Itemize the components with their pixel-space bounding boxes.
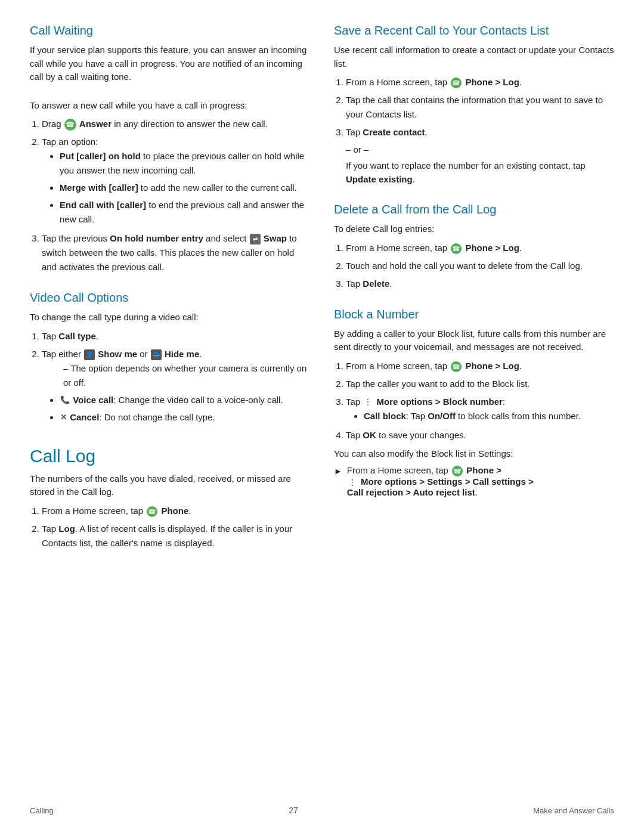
voice-call-icon: 📞 [60,394,70,407]
phone-icon-step1: ☎ [147,506,157,517]
block-step3: Tap ⋮ More options > Block number: Call … [346,395,614,423]
video-camera-note: – The option depends on whether your cam… [63,361,310,390]
put-on-hold-option: Put [caller] on hold to place the previo… [60,149,310,178]
call-waiting-para2: To answer a new call while you have a ca… [30,99,310,113]
block-number-steps: From a Home screen, tap ☎ Phone > Log. T… [346,359,614,442]
delete-call-title: Delete a Call from the Call Log [334,203,614,216]
call-log-steps: From a Home screen, tap ☎ Phone. Tap Log… [42,504,310,550]
left-column: Call Waiting If your service plan suppor… [30,24,310,555]
block-arrow-text: From a Home screen, tap ☎ Phone > ⋮ More… [347,465,534,497]
merge-option: Merge with [caller] to add the new calle… [60,181,310,195]
page-footer: Calling 27 Make and Answer Calls [30,806,614,815]
block-number-intro: By adding a caller to your Block list, f… [334,327,614,354]
voice-call-option: 📞 Voice call: Change the video call to a… [60,393,310,407]
end-call-bold: End call with [caller] [60,200,146,210]
merge-bold: Merge with [caller] [60,182,138,193]
save-step3: Tap Create contact. [346,125,614,140]
phone-icon-delete1: ☎ [451,243,462,254]
video-call-options-title: Video Call Options [30,291,310,305]
hide-me-icon: 👤 [151,349,162,360]
more-options-icon-2: ⋮ [348,478,357,487]
call-block-option: Call block: Tap On/Off to block calls fr… [364,409,614,423]
or-divider: – or – [346,144,614,154]
cancel-option: ✕ Cancel: Do not change the call type. [60,410,310,425]
save-recent-intro: Use recent call information to create a … [334,44,614,70]
delete-call-steps: From a Home screen, tap ☎ Phone > Log. T… [346,241,614,291]
save-step2: Tap the call that contains the informati… [346,93,614,122]
call-log-title: Call Log [30,446,310,466]
block-also-text: You can also modify the Block list in Se… [334,447,614,461]
call-waiting-step3: Tap the previous On hold number entry an… [42,231,310,274]
video-sub-options: 📞 Voice call: Change the video call to a… [60,393,310,425]
call-waiting-step1: Drag ☎ Answer in any direction to answer… [42,117,310,131]
video-call-steps: Tap Call type. Tap either 👤 Show me or 👤… [42,329,310,425]
more-options-icon: ⋮ [364,395,373,408]
save-recent-steps: From a Home screen, tap ☎ Phone > Log. T… [346,75,614,140]
footer-right: Make and Answer Calls [533,806,614,815]
call-waiting-steps: Drag ☎ Answer in any direction to answer… [42,117,310,274]
arrow-symbol: ► [334,466,342,476]
call-waiting-para1: If your service plan supports this featu… [30,44,310,84]
save-recent-title: Save a Recent Call to Your Contacts List [334,24,614,38]
delete-call-intro: To delete Call log entries: [334,222,614,236]
right-column: Save a Recent Call to Your Contacts List… [334,24,614,555]
block-arrow-item: ► From a Home screen, tap ☎ Phone > ⋮ Mo… [334,465,614,497]
call-log-step1: From a Home screen, tap ☎ Phone. [42,504,310,518]
video-step2: Tap either 👤 Show me or 👤 Hide me. – The… [42,347,310,425]
save-step1: From a Home screen, tap ☎ Phone > Log. [346,75,614,89]
show-me-icon: 👤 [84,349,95,360]
block-number-title: Block a Number [334,308,614,321]
block-step4: Tap OK to save your changes. [346,428,614,442]
block-step2: Tap the caller you want to add to the Bl… [346,377,614,391]
end-call-option: End call with [caller] to end the previo… [60,198,310,227]
swap-icon: ⇄ [250,234,261,244]
delete-step2: Touch and hold the call you want to dele… [346,259,614,273]
call-waiting-title: Call Waiting [30,24,310,38]
cancel-icon: ✕ [60,411,67,424]
phone-icon-block-arrow: ☎ [452,466,463,476]
save-alternative-text: If you want to replace the number for an… [346,159,614,186]
footer-page-number: 27 [289,806,298,815]
video-call-intro: To change the call type during a video c… [30,311,310,324]
block-sub-options: Call block: Tap On/Off to block calls fr… [364,409,614,423]
save-alternative: If you want to replace the number for an… [346,159,614,186]
footer-left: Calling [30,806,54,815]
call-log-step2: Tap Log. A list of recent calls is displ… [42,522,310,550]
video-step1: Tap Call type. [42,329,310,343]
delete-step1: From a Home screen, tap ☎ Phone > Log. [346,241,614,255]
answer-icon: ☎ [64,119,76,131]
phone-icon-block1: ☎ [451,361,462,372]
block-step1: From a Home screen, tap ☎ Phone > Log. [346,359,614,373]
call-waiting-step2: Tap an option: Put [caller] on hold to p… [42,135,310,227]
call-log-para1: The numbers of the calls you have dialed… [30,472,310,499]
delete-step3: Tap Delete. [346,277,614,291]
put-on-hold-bold: Put [caller] on hold [60,151,141,161]
phone-icon-save1: ☎ [451,78,462,88]
call-waiting-options: Put [caller] on hold to place the previo… [60,149,310,227]
